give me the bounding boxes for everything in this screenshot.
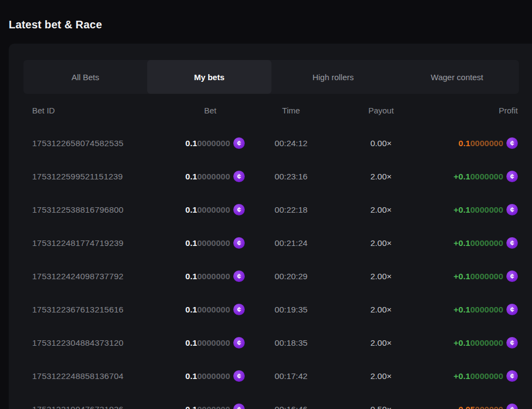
payout-multiplier: 0.00× [337, 139, 425, 148]
bets-panel: All BetsMy betsHigh rollersWager contest… [9, 44, 532, 409]
bet-amount-zeros: 0000000 [197, 305, 230, 314]
payout-multiplier: 0.50× [337, 405, 425, 409]
table-row[interactable]: 1753122538816796800 0.10000000 ¢ 00:22:1… [23, 193, 519, 226]
bet-id: 1753122424098737792 [32, 272, 149, 281]
profit-amount-zeros: 0000000 [470, 272, 503, 281]
bet-amount-main: 0.1 [185, 238, 197, 248]
bet-time: 00:17:42 [245, 371, 337, 381]
bet-amount: 0.10000000 ¢ [149, 304, 245, 315]
table-header: Bet ID Bet Time Payout Profit [23, 94, 519, 127]
coin-icon: ¢ [506, 337, 518, 348]
payout-multiplier: 2.00× [337, 371, 425, 381]
bet-amount-zeros: 0000000 [197, 139, 230, 148]
profit-amount: +0.10000000 ¢ [425, 171, 519, 182]
coin-icon: ¢ [506, 370, 518, 382]
table-row[interactable]: 1753122658074582535 0.10000000 ¢ 00:24:1… [23, 127, 519, 160]
col-header-time: Time [245, 106, 337, 115]
bet-id: 1753122248858136704 [32, 371, 149, 381]
tab-wager-contest[interactable]: Wager contest [395, 60, 519, 94]
coin-icon: ¢ [506, 237, 518, 249]
bet-amount-main: 0.1 [185, 371, 197, 381]
coin-icon: ¢ [506, 171, 518, 182]
profit-amount: +0.10000000 ¢ [425, 237, 519, 249]
table-row[interactable]: 1753122304884373120 0.10000000 ¢ 00:18:3… [23, 326, 519, 359]
profit-amount-main: 0.05 [458, 405, 475, 409]
col-header-bet-id: Bet ID [32, 106, 149, 115]
profit-amount-zeros: 0000000 [470, 139, 503, 148]
col-header-payout: Payout [337, 106, 425, 115]
coin-icon: ¢ [233, 337, 245, 348]
coin-icon: ¢ [233, 404, 245, 409]
profit-amount-main: 0.1 [458, 139, 470, 148]
coin-icon: ¢ [506, 204, 518, 215]
bet-id: 1753122538816796800 [32, 205, 149, 215]
bet-amount-main: 0.1 [185, 272, 197, 281]
profit-amount-main: +0.1 [454, 371, 470, 381]
coin-icon: ¢ [233, 171, 245, 182]
profit-amount: 0.10000000 ¢ [425, 137, 519, 149]
profit-amount-zeros: 0000000 [470, 305, 503, 314]
bet-amount: 0.10000000 ¢ [149, 237, 245, 249]
bet-id: 1753122658074582535 [32, 139, 149, 148]
profit-amount: +0.10000000 ¢ [425, 370, 519, 382]
page-title: Latest bet & Race [0, 0, 532, 31]
profit-amount-zeros: 0000000 [470, 338, 503, 347]
tab-bar: All BetsMy betsHigh rollersWager contest [23, 60, 519, 94]
bet-id: 1753122367613215616 [32, 305, 149, 315]
coin-icon: ¢ [233, 204, 245, 215]
bet-amount-zeros: 0000000 [197, 338, 230, 347]
bet-amount-zeros: 0000000 [197, 205, 230, 214]
bet-time: 00:16:46 [245, 405, 337, 409]
profit-amount-zeros: 0000000 [470, 371, 503, 381]
bet-amount-main: 0.1 [185, 139, 197, 148]
profit-amount: +0.10000000 ¢ [425, 270, 519, 282]
col-header-profit: Profit [425, 106, 519, 115]
payout-multiplier: 2.00× [337, 205, 425, 215]
bet-time: 00:23:16 [245, 172, 337, 182]
coin-icon: ¢ [233, 137, 245, 149]
payout-multiplier: 2.00× [337, 338, 425, 348]
table-row[interactable]: 1753122190476731936 0.10000000 ¢ 00:16:4… [23, 393, 519, 409]
profit-amount: +0.10000000 ¢ [425, 304, 519, 315]
bet-amount: 0.10000000 ¢ [149, 337, 245, 348]
bet-time: 00:19:35 [245, 305, 337, 315]
profit-amount: +0.10000000 ¢ [425, 204, 519, 215]
bet-id: 1753122599521151239 [32, 172, 149, 182]
bet-amount: 0.10000000 ¢ [149, 204, 245, 215]
profit-amount-main: +0.1 [454, 305, 470, 314]
profit-amount-main: +0.1 [454, 172, 470, 181]
table-row[interactable]: 1753122481774719239 0.10000000 ¢ 00:21:2… [23, 226, 519, 260]
profit-amount-zeros: 0000000 [470, 172, 503, 181]
bet-amount-main: 0.1 [185, 405, 197, 409]
profit-amount-zeros: 0000000 [470, 205, 503, 214]
coin-icon: ¢ [506, 404, 518, 409]
tab-all-bets[interactable]: All Bets [23, 60, 147, 94]
coin-icon: ¢ [506, 270, 518, 282]
payout-multiplier: 2.00× [337, 305, 425, 315]
bet-amount-main: 0.1 [185, 172, 197, 181]
bet-amount: 0.10000000 ¢ [149, 137, 245, 149]
bet-amount: 0.10000000 ¢ [149, 171, 245, 182]
payout-multiplier: 2.00× [337, 238, 425, 248]
bet-amount-main: 0.1 [185, 338, 197, 347]
profit-amount-main: +0.1 [454, 272, 470, 281]
table-row[interactable]: 1753122599521151239 0.10000000 ¢ 00:23:1… [23, 160, 519, 193]
bet-amount-zeros: 0000000 [197, 405, 230, 409]
table-row[interactable]: 1753122248858136704 0.10000000 ¢ 00:17:4… [23, 359, 519, 393]
bet-id: 1753122190476731936 [32, 405, 149, 409]
profit-amount: +0.10000000 ¢ [425, 337, 519, 348]
payout-multiplier: 2.00× [337, 272, 425, 281]
table-row[interactable]: 1753122424098737792 0.10000000 ¢ 00:20:2… [23, 260, 519, 293]
bet-amount: 0.10000000 ¢ [149, 404, 245, 409]
table-row[interactable]: 1753122367613215616 0.10000000 ¢ 00:19:3… [23, 293, 519, 326]
bet-amount: 0.10000000 ¢ [149, 270, 245, 282]
coin-icon: ¢ [506, 304, 518, 315]
coin-icon: ¢ [233, 237, 245, 249]
tab-high-rollers[interactable]: High rollers [271, 60, 395, 94]
profit-amount-zeros: 0000000 [470, 238, 503, 248]
payout-multiplier: 2.00× [337, 172, 425, 182]
coin-icon: ¢ [233, 270, 245, 282]
tab-my-bets[interactable]: My bets [147, 60, 271, 94]
bet-amount-zeros: 0000000 [197, 238, 230, 248]
coin-icon: ¢ [506, 137, 518, 149]
